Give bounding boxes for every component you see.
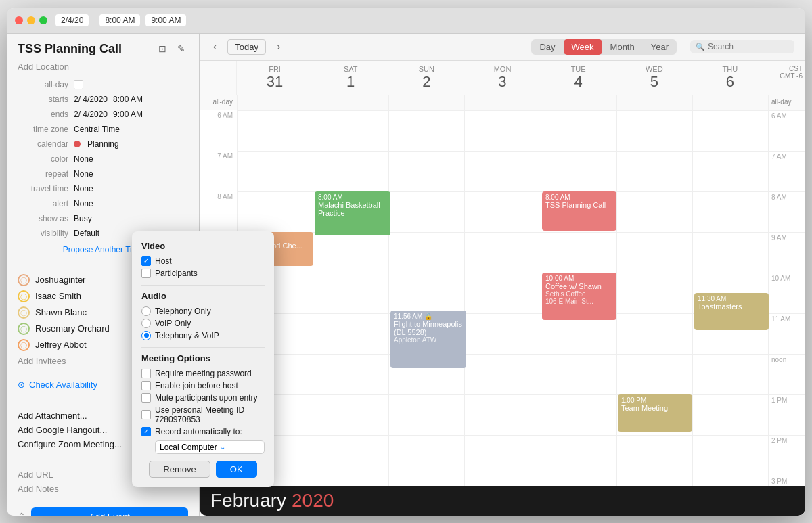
event-end-time[interactable]: 9:00 AM: [145, 14, 186, 26]
mute-participants-checkbox[interactable]: [141, 393, 151, 403]
personal-meeting-id-label: Use personal Meeting ID 7280970853: [155, 405, 265, 424]
ends-label: ends: [18, 110, 68, 119]
day-header-wed: WED 5: [616, 61, 692, 95]
search-input[interactable]: [708, 42, 789, 51]
participants-label: Participants: [155, 269, 198, 278]
color-value[interactable]: None: [74, 154, 93, 164]
add-event-button[interactable]: Add Event: [31, 507, 188, 516]
host-option[interactable]: ✓ Host: [141, 255, 265, 267]
join-before-host-checkbox[interactable]: [141, 381, 151, 390]
invitee-name: Shawn Blanc: [35, 307, 87, 317]
host-checkbox[interactable]: ✓: [141, 256, 151, 266]
personal-meeting-id-option[interactable]: Use personal Meeting ID 7280970853: [141, 404, 265, 426]
visibility-value[interactable]: Default: [74, 229, 99, 238]
timezone-value[interactable]: Central Time: [74, 124, 120, 134]
day-header-sun: SUN 2: [388, 61, 464, 95]
add-event-row: ⌃ Add Event: [7, 499, 199, 516]
starts-date[interactable]: 2/ 4/2020: [74, 95, 108, 104]
day-header-fri: FRI 31: [237, 61, 313, 95]
require-password-option[interactable]: Require meeting password: [141, 367, 265, 380]
allday-tue: [541, 95, 616, 110]
allday-mon: [464, 95, 540, 110]
prev-button[interactable]: ‹: [210, 41, 219, 53]
year-view-button[interactable]: Year: [643, 39, 677, 55]
record-automatically-checkbox[interactable]: ✓: [141, 427, 151, 436]
starts-time[interactable]: 8:00 AM: [113, 95, 143, 104]
avatar: ◯: [18, 290, 30, 302]
time-8am: 8 AM: [200, 191, 237, 232]
event-tss-planning[interactable]: 8:00 AM TSS Planning Call: [542, 191, 616, 231]
telephony-only-option[interactable]: Telephony Only: [141, 305, 265, 317]
fullscreen-button[interactable]: [39, 16, 47, 24]
event-team-meeting[interactable]: 1:00 PM Team Meeting: [618, 394, 692, 432]
ends-time[interactable]: 9:00 AM: [113, 110, 143, 119]
ends-row: ends 2/ 4/2020 9:00 AM: [12, 107, 194, 122]
day-header-sat: SAT 1: [313, 61, 388, 95]
mute-participants-option[interactable]: Mute participants upon entry: [141, 392, 265, 404]
telephony-only-label: Telephony Only: [155, 306, 211, 316]
event-coffee-shawn[interactable]: 10:00 AM Coffee w/ Shawn Seth's Coffee 1…: [542, 273, 616, 320]
avatar: ◯: [18, 339, 30, 351]
join-before-host-label: Enable join before host: [155, 381, 238, 390]
day-header-tue: TUE 4: [541, 61, 616, 95]
local-computer-select[interactable]: Local Computer ⌄: [155, 440, 265, 454]
alert-value[interactable]: None: [74, 199, 93, 208]
remove-button[interactable]: Remove: [149, 461, 210, 478]
calendar-row: calendar Planning: [12, 137, 194, 152]
require-password-checkbox[interactable]: [141, 369, 151, 378]
month-view-button[interactable]: Month: [602, 39, 643, 55]
travel-value[interactable]: None: [74, 184, 93, 194]
calendar-toolbar: ‹ Today › Day Week Month Year 🔍: [200, 34, 805, 61]
personal-meeting-id-checkbox[interactable]: [141, 410, 151, 419]
today-button[interactable]: Today: [227, 39, 266, 55]
timezone-header: CST GMT -6: [768, 61, 805, 95]
avatar: ◯: [18, 306, 30, 319]
join-before-host-option[interactable]: Enable join before host: [141, 380, 265, 392]
week-view-button[interactable]: Week: [564, 39, 602, 55]
day-view-button[interactable]: Day: [531, 39, 563, 55]
invitee-name: Rosemary Orchard: [35, 323, 110, 334]
calendar-color-dot: [74, 141, 81, 147]
calendar-value[interactable]: Planning: [87, 139, 119, 149]
add-location[interactable]: Add Location: [7, 62, 199, 77]
telephony-voip-label: Telephony & VoIP: [155, 331, 219, 340]
voip-only-radio[interactable]: [141, 319, 151, 328]
ok-button[interactable]: OK: [216, 461, 257, 478]
edit-icon[interactable]: ✎: [175, 42, 188, 55]
next-button[interactable]: ›: [274, 41, 283, 53]
meeting-options-title: Meeting Options: [141, 353, 265, 363]
minimize-button[interactable]: [27, 16, 35, 24]
modal-divider1: [141, 285, 265, 286]
event-malachi[interactable]: 8:00 AM Malachi Basketball Practice: [315, 191, 390, 235]
travel-row: travel time None: [12, 181, 194, 196]
window-icon[interactable]: ⊡: [156, 42, 169, 55]
timezone-row: time zone Central Time: [12, 122, 194, 137]
zoom-modal: Video ✓ Host Participants Audio Telephon…: [132, 231, 274, 487]
telephony-voip-option[interactable]: Telephony & VoIP: [141, 329, 265, 342]
participants-checkbox[interactable]: [141, 269, 151, 278]
show-as-value[interactable]: Busy: [74, 214, 92, 223]
event-date[interactable]: 2/4/20: [55, 14, 89, 26]
cell[interactable]: [237, 110, 313, 151]
event-start-time[interactable]: 8:00 AM: [99, 14, 140, 26]
visibility-label: visibility: [18, 229, 68, 238]
ends-date[interactable]: 2/ 4/2020: [74, 110, 108, 119]
expand-icon[interactable]: ⌃: [18, 511, 26, 516]
allday-checkbox[interactable]: [74, 80, 83, 89]
telephony-voip-radio[interactable]: [141, 331, 151, 340]
telephony-only-radio[interactable]: [141, 306, 151, 316]
repeat-value[interactable]: None: [74, 169, 93, 179]
allday-right-label: all-day: [768, 95, 805, 110]
record-automatically-option[interactable]: ✓ Record automatically to:: [141, 426, 265, 438]
timezone-label: time zone: [18, 124, 68, 134]
event-flight[interactable]: 11:56 AM 🔒 Flight to Minneapolis (DL 552…: [390, 311, 466, 368]
alert-label: alert: [18, 199, 68, 208]
day-header-thu: THU 6: [692, 61, 768, 95]
close-button[interactable]: [15, 16, 23, 24]
allday-fri: [237, 95, 313, 110]
participants-option[interactable]: Participants: [141, 267, 265, 279]
voip-only-option[interactable]: VoIP Only: [141, 317, 265, 329]
invitee-name: Joshuaginter: [35, 275, 85, 285]
event-toastmasters[interactable]: 11:30 AM Toastmasters: [694, 293, 769, 330]
repeat-row: repeat None: [12, 166, 194, 181]
